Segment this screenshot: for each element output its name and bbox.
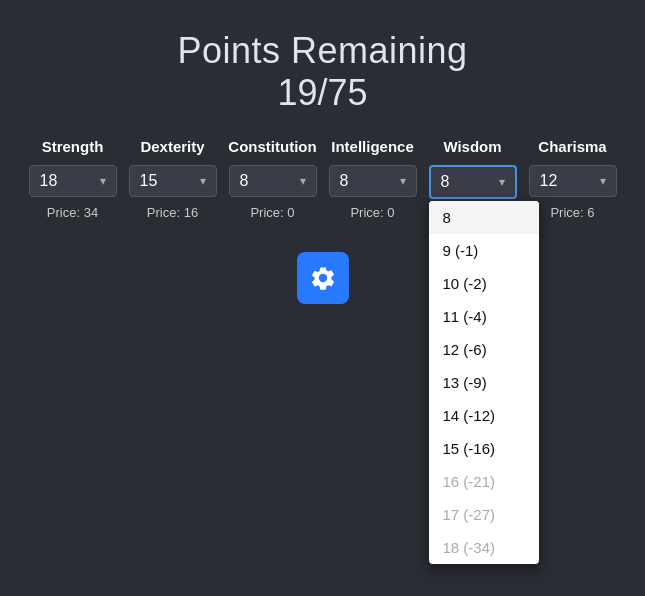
stat-col-charisma: Charisma 12 ▾ Price: 6 bbox=[528, 138, 618, 220]
intelligence-value: 8 bbox=[340, 172, 349, 190]
charisma-value: 12 bbox=[540, 172, 558, 190]
points-remaining-value: 19/75 bbox=[177, 72, 467, 114]
strength-price: Price: 34 bbox=[47, 205, 98, 220]
charisma-label: Charisma bbox=[538, 138, 606, 155]
wisdom-dropdown-menu: 89 (-1)10 (-2)11 (-4)12 (-6)13 (-9)14 (-… bbox=[429, 201, 539, 564]
dropdown-item: 17 (-27) bbox=[429, 498, 539, 531]
intelligence-label: Intelligence bbox=[331, 138, 414, 155]
dropdown-item[interactable]: 10 (-2) bbox=[429, 267, 539, 300]
wisdom-select[interactable]: 8 ▾ bbox=[429, 165, 517, 199]
constitution-value: 8 bbox=[240, 172, 249, 190]
intelligence-select[interactable]: 8 ▾ bbox=[329, 165, 417, 197]
dropdown-item[interactable]: 12 (-6) bbox=[429, 333, 539, 366]
strength-select[interactable]: 18 ▾ bbox=[29, 165, 117, 197]
dropdown-item: 18 (-34) bbox=[429, 531, 539, 564]
dropdown-item[interactable]: 8 bbox=[429, 201, 539, 234]
constitution-select[interactable]: 8 ▾ bbox=[229, 165, 317, 197]
gear-icon bbox=[309, 264, 337, 292]
dropdown-item[interactable]: 9 (-1) bbox=[429, 234, 539, 267]
chevron-down-icon: ▾ bbox=[499, 175, 505, 189]
chevron-down-icon: ▾ bbox=[100, 174, 106, 188]
chevron-down-icon: ▾ bbox=[300, 174, 306, 188]
strength-value: 18 bbox=[40, 172, 58, 190]
wisdom-label: Wisdom bbox=[443, 138, 501, 155]
points-remaining-title: Points Remaining bbox=[177, 30, 467, 72]
header: Points Remaining 19/75 bbox=[177, 30, 467, 114]
dropdown-item[interactable]: 13 (-9) bbox=[429, 366, 539, 399]
wisdom-dropdown-wrapper: 8 ▾ 89 (-1)10 (-2)11 (-4)12 (-6)13 (-9)1… bbox=[429, 165, 517, 199]
constitution-price: Price: 0 bbox=[250, 205, 294, 220]
stats-row: Strength 18 ▾ Price: 34 Dexterity 15 ▾ P… bbox=[8, 138, 638, 220]
dexterity-value: 15 bbox=[140, 172, 158, 190]
dropdown-item[interactable]: 14 (-12) bbox=[429, 399, 539, 432]
charisma-select[interactable]: 12 ▾ bbox=[529, 165, 617, 197]
dexterity-price: Price: 16 bbox=[147, 205, 198, 220]
chevron-down-icon: ▾ bbox=[400, 174, 406, 188]
dexterity-select[interactable]: 15 ▾ bbox=[129, 165, 217, 197]
dexterity-label: Dexterity bbox=[140, 138, 204, 155]
stat-col-constitution: Constitution 8 ▾ Price: 0 bbox=[228, 138, 318, 220]
strength-label: Strength bbox=[42, 138, 104, 155]
wisdom-value: 8 bbox=[441, 173, 450, 191]
charisma-price: Price: 6 bbox=[550, 205, 594, 220]
gear-section bbox=[297, 252, 349, 304]
dropdown-item[interactable]: 11 (-4) bbox=[429, 300, 539, 333]
stat-col-dexterity: Dexterity 15 ▾ Price: 16 bbox=[128, 138, 218, 220]
settings-button[interactable] bbox=[297, 252, 349, 304]
dropdown-item: 16 (-21) bbox=[429, 465, 539, 498]
chevron-down-icon: ▾ bbox=[200, 174, 206, 188]
chevron-down-icon: ▾ bbox=[600, 174, 606, 188]
stat-col-strength: Strength 18 ▾ Price: 34 bbox=[28, 138, 118, 220]
intelligence-price: Price: 0 bbox=[350, 205, 394, 220]
stat-col-intelligence: Intelligence 8 ▾ Price: 0 bbox=[328, 138, 418, 220]
stat-col-wisdom: Wisdom 8 ▾ 89 (-1)10 (-2)11 (-4)12 (-6)1… bbox=[428, 138, 518, 199]
constitution-label: Constitution bbox=[228, 138, 316, 155]
dropdown-item[interactable]: 15 (-16) bbox=[429, 432, 539, 465]
